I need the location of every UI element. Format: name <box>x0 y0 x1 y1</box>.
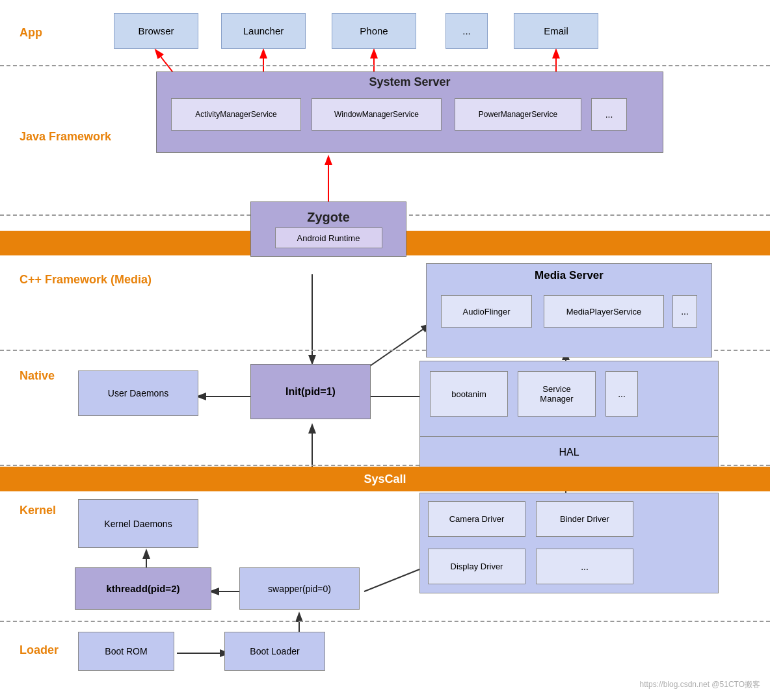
service-media-player: MediaPlayerService <box>544 295 664 328</box>
system-server-label: System Server <box>157 75 663 89</box>
kernel-swapper: swapper(pid=0) <box>239 567 360 610</box>
layer-cpp-framework: C++ Framework (Media) <box>20 273 152 287</box>
android-runtime-label: Android Runtime <box>275 227 382 248</box>
layer-app: App <box>20 26 42 40</box>
diagram-container: App Java Framework C++ Framework (Media)… <box>0 0 770 700</box>
kernel-display-driver: Display Driver <box>428 549 525 584</box>
kernel-camera-driver: Camera Driver <box>428 501 525 537</box>
app-box-launcher: Launcher <box>221 13 306 49</box>
media-server-label: Media Server <box>427 264 711 282</box>
service-power-manager: PowerManagerService <box>455 98 581 131</box>
layer-java-framework: Java Framework <box>20 130 111 144</box>
zygote-label: Zygote <box>307 210 350 225</box>
service-activity-manager: ActivityManagerService <box>171 98 301 131</box>
media-server-block: Media Server AudioFlinger MediaPlayerSer… <box>426 263 712 357</box>
media-server-dots: ... <box>672 295 697 328</box>
kernel-right-block: Camera Driver Binder Driver Display Driv… <box>419 493 719 593</box>
layer-loader: Loader <box>20 643 59 657</box>
app-box-browser: Browser <box>114 13 198 49</box>
orange-bar-syscall: SysCall <box>0 467 770 491</box>
app-box-dots: ... <box>445 13 488 49</box>
service-audio-flinger: AudioFlinger <box>441 295 532 328</box>
layer-kernel: Kernel <box>20 504 56 517</box>
loader-boot-rom: Boot ROM <box>78 632 174 671</box>
kernel-binder-driver: Binder Driver <box>536 501 633 537</box>
zygote-block: Zygote Android Runtime <box>250 201 406 257</box>
native-bootanim: bootanim <box>430 371 508 417</box>
kernel-kthreadd: kthreadd(pid=2) <box>75 567 211 610</box>
hal-label: HAL <box>420 436 718 467</box>
kernel-daemons: Kernel Daemons <box>78 499 198 548</box>
service-window-manager: WindowManagerService <box>312 98 442 131</box>
native-service-manager: Service Manager <box>518 371 596 417</box>
divider-kernel-loader <box>0 621 770 622</box>
loader-boot-loader: Boot Loader <box>224 632 325 671</box>
service-dots: ... <box>591 98 627 131</box>
native-init: Init(pid=1) <box>250 364 371 419</box>
native-dots: ... <box>605 371 638 417</box>
native-user-daemons: User Daemons <box>78 370 198 416</box>
watermark: https://blog.csdn.net @51CTO搬客 <box>640 679 760 690</box>
app-box-phone: Phone <box>332 13 416 49</box>
system-server-block: System Server ActivityManagerService Win… <box>156 71 663 153</box>
native-right-block: bootanim Service Manager ... HAL <box>419 361 719 468</box>
kernel-dots: ... <box>536 549 633 584</box>
layer-native: Native <box>20 369 55 383</box>
syscall-label: SysCall <box>364 473 406 486</box>
app-box-email: Email <box>514 13 598 49</box>
divider-app-java <box>0 65 770 66</box>
